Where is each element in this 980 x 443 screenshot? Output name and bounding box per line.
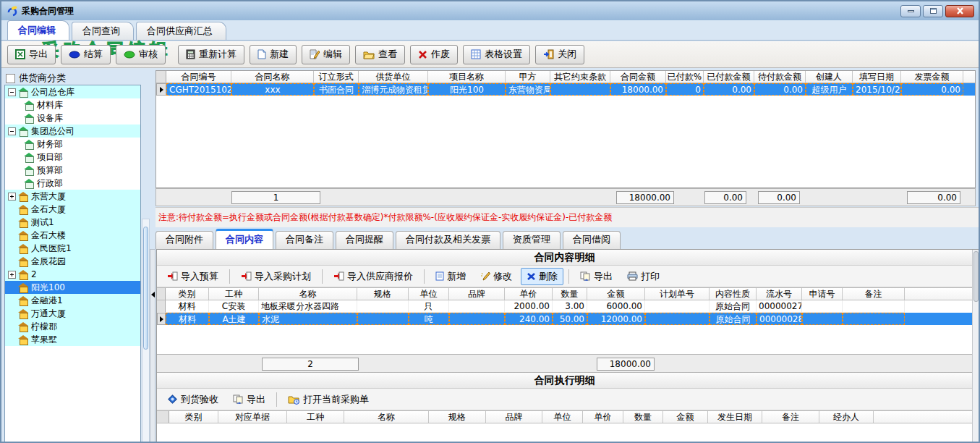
column-header[interactable]: 数量 [553,288,587,300]
edit-button[interactable]: 编辑 [302,45,350,64]
column-header[interactable]: 流水号 [757,288,802,300]
content-detail-row-selected[interactable]: 材料 A土建 水泥 吨 240.00 50.00 12000.00 原始合同 0… [157,313,973,325]
add-row-button[interactable]: 新增 [430,268,472,285]
close-form-button[interactable]: 关闭 [535,45,584,64]
column-header[interactable]: 发生日期 [708,411,762,423]
settle-button[interactable]: 结算 [61,45,111,64]
tree-item-2[interactable]: 2 [5,268,140,281]
open-purchase-order-button[interactable]: 打开当前采购单 [282,391,375,408]
column-header[interactable]: 工种 [287,411,344,423]
column-header[interactable]: 已付款金额 [704,71,754,83]
column-header[interactable]: 数量 [623,411,663,423]
modify-row-button[interactable]: 修改 [474,268,518,285]
tab-contract-query[interactable]: 合同查询 [72,22,134,40]
tab-contract-borrow[interactable]: 合同借阅 [563,231,621,249]
collapse-toggle-icon[interactable] [8,88,16,96]
tree-scrollbar-thumb[interactable] [143,227,148,350]
audit-button[interactable]: 审核 [116,45,166,64]
content-detail-row[interactable]: 材料 C安装 地板采暖分水器四路 只 2000.00 3.00 6000.00 … [157,300,973,313]
tab-contract-edit[interactable]: 合同编辑 [7,20,69,40]
tree-item-sunshine100-selected[interactable]: 阳光100 [5,281,140,294]
column-header[interactable]: 品牌 [486,411,542,423]
tree-item-jinshi-mansion[interactable]: 金石大厦 [5,203,140,216]
import-supplier-quote-button[interactable]: 导入供应商报价 [328,268,419,285]
column-header[interactable]: 订立形式 [314,71,359,83]
column-header[interactable]: 规格 [429,411,486,423]
column-header[interactable]: 备注 [762,411,819,423]
column-header[interactable]: 单位 [542,411,583,423]
column-header[interactable]: 创建人 [806,71,853,83]
column-header[interactable]: 类别 [169,411,218,423]
tree-item-equipment-store[interactable]: 设备库 [5,111,140,125]
recalculate-button[interactable]: 重新计算 [178,45,244,64]
tree-scrollbar[interactable] [142,219,150,443]
lower-panel-scrollbar[interactable] [972,250,979,443]
column-header[interactable]: 规格 [357,288,409,300]
lower-panel-scrollbar-thumb[interactable] [973,251,979,302]
tab-contract-remark[interactable]: 合同备注 [276,231,333,249]
tree-item-project[interactable]: 项目部 [5,151,140,164]
contract-row-selected[interactable]: CGHT2015102901 xxx 书面合同 淄博元成物资租赁 阳光100 东… [156,83,975,96]
tree-item-finance[interactable]: 财务部 [5,138,140,151]
column-header[interactable]: 备注 [843,288,905,300]
print-button[interactable]: 打印 [621,268,665,285]
tree-item-budget[interactable]: 预算部 [5,164,140,177]
column-header[interactable]: 金额 [587,288,645,300]
column-header[interactable]: 项目名称 [428,71,506,83]
tree-item-financial-port1[interactable]: 金融港1 [5,294,140,307]
tab-qualification[interactable]: 资质管理 [503,231,561,249]
export-button[interactable]: 导出 [7,45,56,64]
tree-item-lemon-county[interactable]: 柠檬郡 [5,320,140,333]
view-button[interactable]: 查看 [355,45,405,64]
tab-supplier-summary[interactable]: 合同供应商汇总 [136,22,226,40]
tree-item-material-store[interactable]: 材料库 [5,98,140,111]
minimize-button[interactable] [900,5,921,17]
goods-receipt-button[interactable]: 到货验收 [161,391,224,408]
column-header[interactable]: 填写日期 [853,71,901,83]
column-header[interactable]: 合同金额 [610,71,666,83]
column-header[interactable]: 金额 [663,411,708,423]
column-header[interactable]: 内容性质 [710,288,757,300]
column-header[interactable]: 待付款金额 [754,71,806,83]
void-button[interactable]: 作废 [410,45,458,64]
column-header[interactable]: 申请号 [802,288,843,300]
tab-contract-attachment[interactable]: 合同附件 [155,231,213,249]
column-header[interactable]: 其它约束条款 [550,71,610,83]
tab-contract-content[interactable]: 合同内容 [216,229,273,249]
supplier-category-checkbox[interactable] [6,74,15,83]
panel-splitter[interactable] [150,249,155,443]
column-header[interactable]: 合同名称 [231,71,314,83]
column-header[interactable]: 工种 [209,288,259,300]
tree-item-dongying[interactable]: 东营大厦 [5,190,140,203]
column-header[interactable]: 单位 [409,288,449,300]
new-button[interactable]: 新建 [250,45,297,64]
tree-item-admin[interactable]: 行政部 [5,177,140,190]
close-button[interactable] [945,5,974,17]
column-header[interactable]: 计划单号 [645,288,710,300]
column-header[interactable]: 名称 [259,288,357,300]
tree-item-jinshi-building[interactable]: 金石大楼 [5,229,140,242]
column-header[interactable]: 单价 [505,288,553,300]
expand-toggle-icon[interactable] [8,271,16,279]
tree-item-jinchen-garden[interactable]: 金辰花园 [5,255,140,268]
tree-item-apple-villa[interactable]: 苹果墅 [5,333,140,346]
tree-item-test1[interactable]: 测试1 [5,216,140,229]
table-settings-button[interactable]: 表格设置 [463,45,530,64]
column-header[interactable]: 发票金额 [901,71,963,83]
tree-item-wantong-mansion[interactable]: 万通大厦 [5,307,140,320]
column-header[interactable]: 类别 [166,288,209,300]
column-header[interactable]: 合同编号 [166,71,231,83]
column-header[interactable]: 甲方 [506,71,550,83]
column-header[interactable]: 名称 [344,411,429,423]
tree-item-group-hq[interactable]: 集团总公司 [5,125,140,138]
export-detail-button[interactable]: 导出 [574,268,618,285]
expand-toggle-icon[interactable] [8,193,16,201]
column-header[interactable]: 已付款% [666,71,704,83]
import-purchase-plan-button[interactable]: 导入采购计划 [235,268,317,285]
export-exec-button[interactable]: 导出 [227,391,271,408]
collapse-toggle-icon[interactable] [8,127,16,135]
restore-button[interactable] [923,5,943,17]
column-header[interactable]: 经办人 [819,411,874,423]
tab-contract-reminder[interactable]: 合同提醒 [336,231,393,249]
tree-item-company-warehouse[interactable]: 公司总仓库 [5,85,140,98]
